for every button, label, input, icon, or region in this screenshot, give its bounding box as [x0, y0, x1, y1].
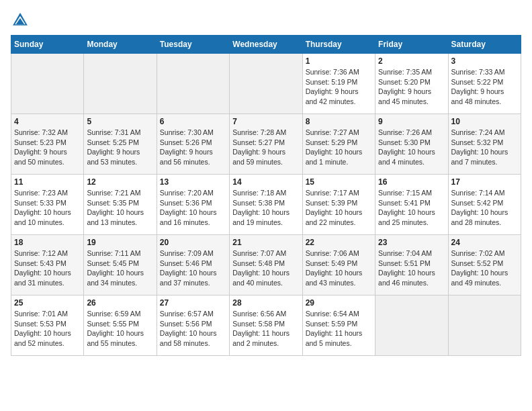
day-info: Sunrise: 7:23 AMSunset: 5:33 PMDaylight:… [14, 188, 81, 228]
day-info: Sunrise: 7:02 AMSunset: 5:52 PMDaylight:… [451, 248, 518, 288]
day-number: 20 [160, 238, 226, 247]
calendar-cell: 5Sunrise: 7:31 AMSunset: 5:25 PMDaylight… [84, 114, 157, 175]
column-header-saturday: Saturday [448, 36, 521, 54]
day-number: 26 [87, 298, 153, 308]
calendar-cell: 27Sunrise: 6:57 AMSunset: 5:56 PMDayligh… [157, 295, 229, 356]
day-number: 4 [14, 117, 81, 126]
calendar-table: SundayMondayTuesdayWednesdayThursdayFrid… [11, 35, 521, 356]
day-number: 29 [306, 298, 372, 308]
day-number: 10 [451, 117, 518, 126]
calendar-week-row: 11Sunrise: 7:23 AMSunset: 5:33 PMDayligh… [11, 175, 521, 235]
day-number: 5 [87, 117, 153, 126]
calendar-cell: 23Sunrise: 7:04 AMSunset: 5:51 PMDayligh… [375, 235, 448, 295]
day-info: Sunrise: 7:35 AMSunset: 5:20 PMDaylight:… [378, 67, 445, 107]
calendar-week-row: 25Sunrise: 7:01 AMSunset: 5:53 PMDayligh… [11, 295, 521, 356]
calendar-cell: 18Sunrise: 7:12 AMSunset: 5:43 PMDayligh… [11, 235, 84, 295]
day-info: Sunrise: 6:56 AMSunset: 5:58 PMDaylight:… [232, 309, 299, 349]
day-number: 14 [232, 177, 299, 187]
day-info: Sunrise: 7:17 AMSunset: 5:39 PMDaylight:… [306, 188, 372, 228]
column-header-thursday: Thursday [302, 36, 375, 54]
day-number: 22 [306, 238, 372, 247]
calendar-cell: 19Sunrise: 7:11 AMSunset: 5:45 PMDayligh… [84, 235, 157, 295]
day-number: 27 [160, 298, 226, 308]
calendar-cell [230, 54, 302, 114]
calendar-cell: 12Sunrise: 7:21 AMSunset: 5:35 PMDayligh… [84, 175, 157, 235]
column-header-sunday: Sunday [11, 36, 84, 54]
day-number: 8 [306, 117, 372, 126]
calendar-cell: 22Sunrise: 7:06 AMSunset: 5:49 PMDayligh… [302, 235, 375, 295]
day-number: 28 [232, 298, 299, 308]
calendar-cell: 26Sunrise: 6:59 AMSunset: 5:55 PMDayligh… [84, 295, 157, 356]
calendar-cell: 15Sunrise: 7:17 AMSunset: 5:39 PMDayligh… [302, 175, 375, 235]
column-header-tuesday: Tuesday [157, 36, 229, 54]
calendar-cell [11, 54, 84, 114]
calendar-cell: 8Sunrise: 7:27 AMSunset: 5:29 PMDaylight… [302, 114, 375, 175]
calendar-week-row: 4Sunrise: 7:32 AMSunset: 5:23 PMDaylight… [11, 114, 521, 175]
day-number: 16 [378, 177, 445, 187]
calendar-cell: 20Sunrise: 7:09 AMSunset: 5:46 PMDayligh… [157, 235, 229, 295]
column-header-monday: Monday [84, 36, 157, 54]
column-header-wednesday: Wednesday [230, 36, 302, 54]
day-number: 3 [451, 56, 518, 66]
day-info: Sunrise: 7:32 AMSunset: 5:23 PMDaylight:… [14, 128, 81, 167]
calendar-cell: 24Sunrise: 7:02 AMSunset: 5:52 PMDayligh… [448, 235, 521, 295]
day-number: 17 [451, 177, 518, 187]
calendar-cell: 10Sunrise: 7:24 AMSunset: 5:32 PMDayligh… [448, 114, 521, 175]
day-info: Sunrise: 7:36 AMSunset: 5:19 PMDaylight:… [306, 67, 372, 107]
day-info: Sunrise: 7:12 AMSunset: 5:43 PMDaylight:… [14, 248, 81, 288]
page-header [11, 11, 521, 30]
day-info: Sunrise: 7:04 AMSunset: 5:51 PMDaylight:… [378, 248, 445, 288]
calendar-cell: 2Sunrise: 7:35 AMSunset: 5:20 PMDaylight… [375, 54, 448, 114]
calendar-week-row: 18Sunrise: 7:12 AMSunset: 5:43 PMDayligh… [11, 235, 521, 295]
calendar-cell: 14Sunrise: 7:18 AMSunset: 5:38 PMDayligh… [230, 175, 302, 235]
day-number: 21 [232, 238, 299, 247]
day-number: 6 [160, 117, 226, 126]
day-info: Sunrise: 7:06 AMSunset: 5:49 PMDaylight:… [306, 248, 372, 288]
day-number: 19 [87, 238, 153, 247]
calendar-cell: 13Sunrise: 7:20 AMSunset: 5:36 PMDayligh… [157, 175, 229, 235]
calendar-cell [375, 295, 448, 356]
day-info: Sunrise: 7:24 AMSunset: 5:32 PMDaylight:… [451, 128, 518, 167]
logo [11, 11, 32, 30]
day-number: 11 [14, 177, 81, 187]
day-info: Sunrise: 6:59 AMSunset: 5:55 PMDaylight:… [87, 309, 153, 349]
calendar-cell: 1Sunrise: 7:36 AMSunset: 5:19 PMDaylight… [302, 54, 375, 114]
day-info: Sunrise: 7:15 AMSunset: 5:41 PMDaylight:… [378, 188, 445, 228]
calendar-cell: 4Sunrise: 7:32 AMSunset: 5:23 PMDaylight… [11, 114, 84, 175]
day-number: 15 [306, 177, 372, 187]
day-number: 23 [378, 238, 445, 247]
calendar-cell: 28Sunrise: 6:56 AMSunset: 5:58 PMDayligh… [230, 295, 302, 356]
day-number: 24 [451, 238, 518, 247]
day-number: 13 [160, 177, 226, 187]
calendar-cell [84, 54, 157, 114]
day-number: 9 [378, 117, 445, 126]
calendar-header-row: SundayMondayTuesdayWednesdayThursdayFrid… [11, 36, 521, 54]
day-number: 18 [14, 238, 81, 247]
calendar-cell: 3Sunrise: 7:33 AMSunset: 5:22 PMDaylight… [448, 54, 521, 114]
day-info: Sunrise: 7:07 AMSunset: 5:48 PMDaylight:… [232, 248, 299, 288]
day-info: Sunrise: 7:11 AMSunset: 5:45 PMDaylight:… [87, 248, 153, 288]
calendar-cell: 9Sunrise: 7:26 AMSunset: 5:30 PMDaylight… [375, 114, 448, 175]
day-info: Sunrise: 7:01 AMSunset: 5:53 PMDaylight:… [14, 309, 81, 349]
calendar-cell: 29Sunrise: 6:54 AMSunset: 5:59 PMDayligh… [302, 295, 375, 356]
calendar-cell: 25Sunrise: 7:01 AMSunset: 5:53 PMDayligh… [11, 295, 84, 356]
day-number: 2 [378, 56, 445, 66]
day-number: 12 [87, 177, 153, 187]
day-info: Sunrise: 7:21 AMSunset: 5:35 PMDaylight:… [87, 188, 153, 228]
day-info: Sunrise: 7:33 AMSunset: 5:22 PMDaylight:… [451, 67, 518, 107]
day-info: Sunrise: 7:26 AMSunset: 5:30 PMDaylight:… [378, 128, 445, 167]
calendar-week-row: 1Sunrise: 7:36 AMSunset: 5:19 PMDaylight… [11, 54, 521, 114]
day-info: Sunrise: 7:18 AMSunset: 5:38 PMDaylight:… [232, 188, 299, 228]
calendar-cell [157, 54, 229, 114]
day-number: 25 [14, 298, 81, 308]
day-info: Sunrise: 7:31 AMSunset: 5:25 PMDaylight:… [87, 128, 153, 167]
day-info: Sunrise: 7:28 AMSunset: 5:27 PMDaylight:… [232, 128, 299, 167]
calendar-cell: 7Sunrise: 7:28 AMSunset: 5:27 PMDaylight… [230, 114, 302, 175]
column-header-friday: Friday [375, 36, 448, 54]
day-info: Sunrise: 7:20 AMSunset: 5:36 PMDaylight:… [160, 188, 226, 228]
calendar-cell: 21Sunrise: 7:07 AMSunset: 5:48 PMDayligh… [230, 235, 302, 295]
calendar-cell: 17Sunrise: 7:14 AMSunset: 5:42 PMDayligh… [448, 175, 521, 235]
day-number: 1 [306, 56, 372, 66]
calendar-cell: 16Sunrise: 7:15 AMSunset: 5:41 PMDayligh… [375, 175, 448, 235]
calendar-cell: 6Sunrise: 7:30 AMSunset: 5:26 PMDaylight… [157, 114, 229, 175]
